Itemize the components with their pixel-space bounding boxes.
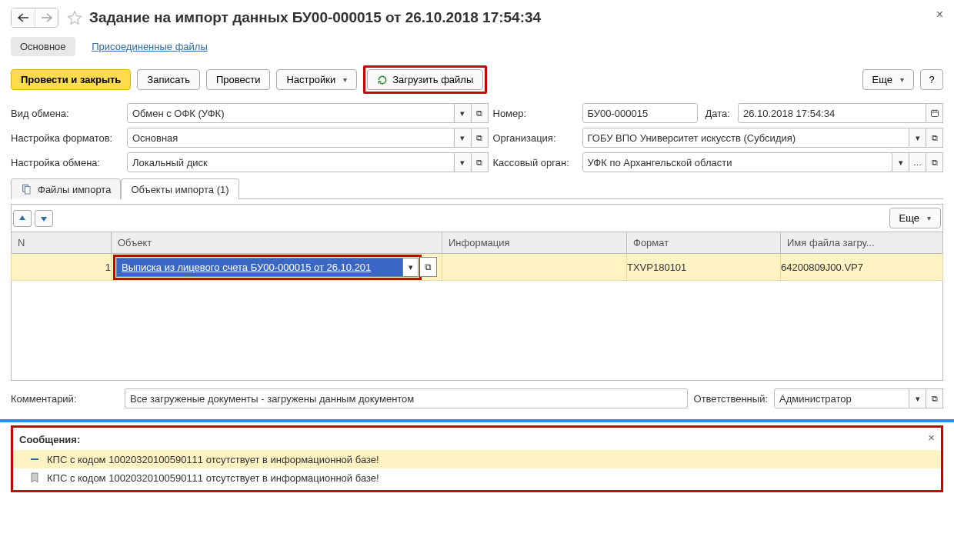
favorite-star-icon[interactable] (66, 9, 83, 26)
exchange-type-field[interactable]: Обмен с ОФК (УФК) (127, 103, 455, 123)
load-files-button[interactable]: Загрузить файлы (367, 69, 483, 90)
tab-import-objects[interactable]: Объекты импорта (1) (121, 178, 239, 199)
move-up-button[interactable] (13, 210, 32, 227)
object-open-icon[interactable]: ⧉ (420, 257, 437, 277)
responsible-label: Ответственный: (694, 393, 768, 405)
table-more-dropdown[interactable]: Еще (889, 208, 941, 228)
object-link[interactable]: Выписка из лицевого счета БУ00-000015 от… (117, 258, 402, 276)
message-item[interactable]: КПС с кодом 10020320100590111 отсутствуе… (13, 450, 941, 468)
number-field[interactable]: БУ00-000015 (582, 103, 698, 123)
post-button[interactable]: Провести (206, 69, 271, 90)
objects-table: N Объект Информация Формат Имя файла заг… (11, 232, 943, 281)
help-button[interactable]: ? (920, 69, 943, 90)
dropdown-icon[interactable]: ▾ (909, 388, 926, 408)
messages-close-icon[interactable]: × (928, 431, 935, 444)
dropdown-icon[interactable]: ▾ (455, 103, 472, 123)
toolbar: Провести и закрыть Записать Провести Нас… (11, 65, 943, 94)
open-icon[interactable]: ⧉ (472, 152, 489, 172)
cash-org-field[interactable]: УФК по Архангельской области (582, 152, 893, 172)
date-label: Дата: (705, 108, 730, 119)
object-dropdown-icon[interactable]: ▾ (402, 258, 418, 276)
org-label: Организация: (493, 132, 578, 144)
svg-rect-0 (931, 111, 938, 117)
dropdown-icon[interactable]: ▾ (909, 128, 926, 148)
cell-info (442, 254, 627, 281)
bookmark-icon (28, 472, 41, 484)
comment-row: Комментарий: Все загруженые документы - … (11, 388, 943, 408)
message-text: КПС с кодом 10020320100590111 отсутствуе… (47, 454, 379, 465)
exchange-settings-label: Настройка обмена: (11, 157, 122, 168)
save-button[interactable]: Записать (137, 69, 200, 90)
object-input-highlight: Выписка из лицевого счета БУ00-000015 от… (116, 258, 419, 277)
col-format[interactable]: Формат (627, 232, 781, 254)
ellipsis-icon[interactable]: … (909, 152, 926, 172)
section-tabs: Основное Присоединенные файлы (11, 37, 943, 56)
nav-forward-button[interactable] (35, 8, 58, 27)
number-label: Номер: (493, 108, 578, 119)
open-icon[interactable]: ⧉ (472, 103, 489, 123)
formats-label: Настройка форматов: (11, 132, 122, 144)
open-icon[interactable]: ⧉ (926, 128, 943, 148)
dropdown-icon[interactable]: ▾ (455, 152, 472, 172)
exchange-settings-field[interactable]: Локальный диск (127, 152, 455, 172)
cell-n: 1 (12, 254, 112, 281)
comment-label: Комментарий: (11, 393, 118, 405)
svg-rect-3 (31, 458, 38, 460)
message-text: КПС с кодом 10020320100590111 отсутствуе… (47, 472, 379, 484)
nav-group (11, 8, 58, 28)
section-tab-attached[interactable]: Присоединенные файлы (82, 37, 217, 56)
section-tab-main[interactable]: Основное (11, 37, 75, 56)
cell-format: TXVP180101 (627, 254, 781, 281)
calendar-icon[interactable] (926, 103, 943, 123)
page-title: Задание на импорт данных БУ00-000015 от … (89, 9, 541, 26)
table-empty-area (11, 281, 943, 381)
messages-title: Сообщения: (13, 431, 941, 450)
settings-dropdown[interactable]: Настройки (276, 69, 357, 90)
nav-back-button[interactable] (12, 8, 35, 27)
open-icon[interactable]: ⧉ (926, 388, 943, 408)
post-and-close-button[interactable]: Провести и закрыть (11, 69, 131, 90)
dropdown-icon[interactable]: ▾ (892, 152, 909, 172)
col-n[interactable]: N (12, 232, 112, 254)
open-icon[interactable]: ⧉ (472, 128, 489, 148)
responsible-field[interactable]: Администратор (774, 388, 909, 408)
refresh-icon (377, 75, 388, 85)
message-item[interactable]: КПС с кодом 10020320100590111 отсутствуе… (13, 468, 941, 487)
files-icon (21, 183, 33, 195)
tab-import-files[interactable]: Файлы импорта (11, 178, 121, 199)
org-field[interactable]: ГОБУ ВПО Университет искусств (Субсидия) (582, 128, 910, 148)
highlight-load-files: Загрузить файлы (363, 65, 487, 94)
table-row[interactable]: 1 Выписка из лицевого счета БУ00-000015 … (12, 254, 943, 281)
load-files-label: Загрузить файлы (392, 74, 473, 85)
exchange-type-label: Вид обмена: (11, 108, 122, 119)
col-object[interactable]: Объект (112, 232, 442, 254)
form-grid: Вид обмена: Обмен с ОФК (УФК) ▾ ⧉ Номер:… (11, 103, 943, 172)
col-info[interactable]: Информация (442, 232, 627, 254)
dropdown-icon[interactable]: ▾ (455, 128, 472, 148)
table-toolbar: Еще (11, 204, 943, 232)
comment-field[interactable]: Все загруженые документы - загружены дан… (125, 388, 688, 408)
open-icon[interactable]: ⧉ (926, 152, 943, 172)
cash-org-label: Кассовый орган: (493, 157, 578, 168)
panel-divider (0, 419, 954, 422)
cell-filename: 64200809J00.VP7 (781, 254, 943, 281)
col-filename[interactable]: Имя файла загру... (781, 232, 943, 254)
date-field[interactable]: 26.10.2018 17:54:34 (738, 103, 926, 123)
more-dropdown[interactable]: Еще (862, 69, 914, 90)
close-icon[interactable]: × (936, 8, 943, 22)
formats-field[interactable]: Основная (127, 128, 455, 148)
minus-icon (28, 453, 41, 465)
svg-rect-2 (25, 187, 30, 194)
move-down-button[interactable] (35, 210, 53, 227)
messages-panel: Сообщения: × КПС с кодом 100203201005901… (11, 425, 943, 492)
content-tabs: Файлы импорта Объекты импорта (1) (11, 178, 943, 199)
